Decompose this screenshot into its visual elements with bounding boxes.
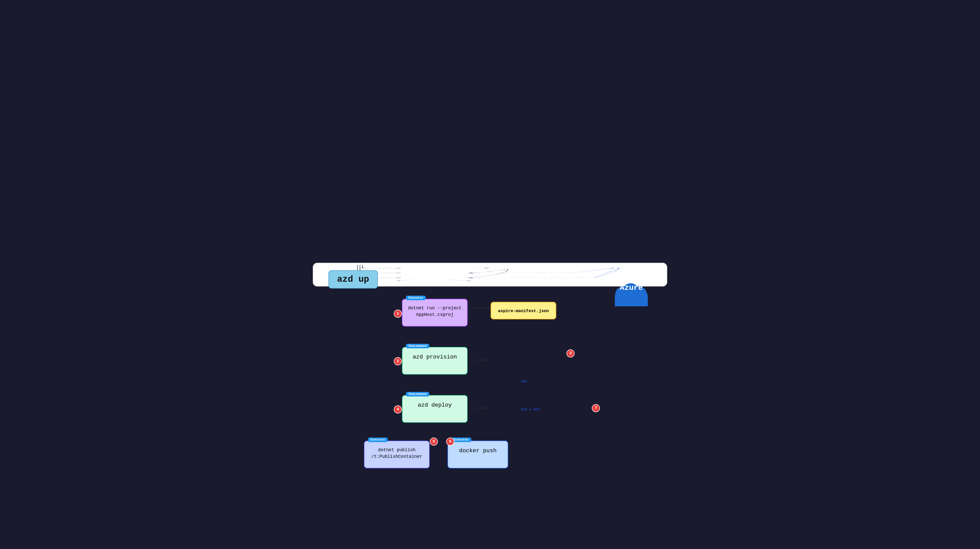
dotnet-run-content: dotnet run --projectAppHost.csproj <box>406 305 463 318</box>
svg-line-15 <box>578 268 614 272</box>
svg-line-16 <box>468 272 578 273</box>
svg-line-17 <box>595 268 619 278</box>
provision-badge: Subcommand <box>406 344 429 348</box>
number-badge-1: 1 <box>394 310 402 318</box>
dotnet-run-badge: Executes <box>406 296 426 300</box>
acr-arm-label: ACR & ARM <box>521 408 539 412</box>
manifest-content: aspire-manifest.json <box>498 308 549 314</box>
provision-content: azd provision <box>406 353 463 362</box>
cloud-icon <box>611 278 652 306</box>
number-badge-7: 7 <box>592 404 600 412</box>
dotnet-run-node: Executes dotnet run --projectAppHost.csp… <box>402 299 468 327</box>
deploy-content: azd deploy <box>406 401 463 410</box>
number-badge-5: 5 <box>430 437 438 446</box>
azure-label: Azure <box>620 284 643 292</box>
azd-up-box: azd up <box>328 270 378 289</box>
dotnet-publish-node: Executes dotnet publish/t:PublishContain… <box>364 440 430 468</box>
number-badge-2: 2 <box>394 357 402 365</box>
uses2-label: (uses) <box>475 406 488 410</box>
svg-line-18 <box>468 278 595 278</box>
arm-label: ARM <box>521 380 527 383</box>
docker-push-content: docker push <box>452 447 504 455</box>
svg-line-14 <box>467 268 490 268</box>
diagram-container: azd up Azure Executes dotnet run --proje… <box>313 263 667 287</box>
azd-up-label: azd up <box>337 274 369 284</box>
dotnet-publish-badge: Executes <box>368 437 388 442</box>
deploy-node: Subcommand azd deploy <box>402 395 468 423</box>
deploy-badge: Subcommand <box>406 392 429 396</box>
number-badge-6: 6 <box>446 437 454 446</box>
provision-node: Subcommand azd provision <box>402 347 468 375</box>
number-badge-3: 3 <box>566 350 574 357</box>
azure-cloud: Azure <box>611 278 652 308</box>
uses1-label: (uses) <box>475 358 488 362</box>
number-badge-4: 4 <box>394 405 402 413</box>
docker-push-node: Executes docker push <box>447 440 508 468</box>
manifest-node: aspire-manifest.json <box>490 302 556 319</box>
svg-rect-4 <box>615 296 648 306</box>
dotnet-publish-content: dotnet publish/t:PublishContainer <box>368 447 425 460</box>
docker-push-badge: Executes <box>452 437 471 442</box>
